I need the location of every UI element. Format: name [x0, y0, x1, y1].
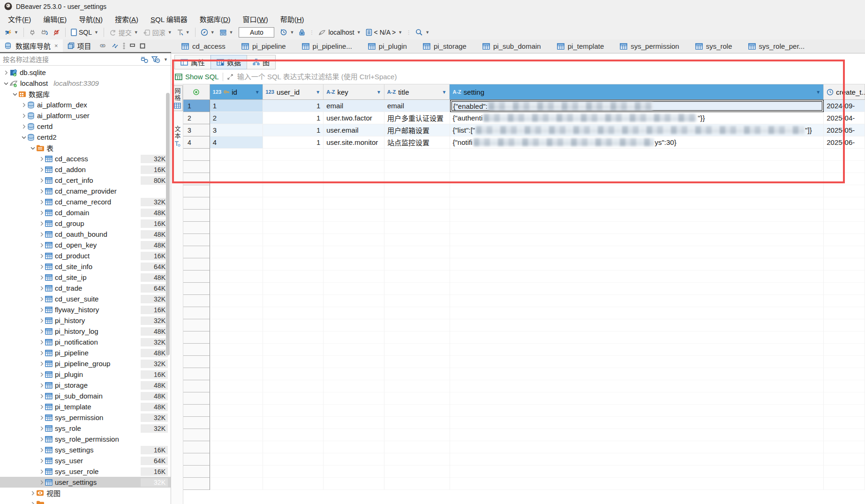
tree-item-cd_user_suite[interactable]: cd_user_suite32K: [0, 293, 171, 304]
empty-cell[interactable]: [824, 466, 865, 478]
maximize-icon[interactable]: [140, 43, 145, 49]
tree-item-cd_cname_provider[interactable]: cd_cname_provider: [0, 186, 171, 196]
tree-item[interactable]: [0, 498, 171, 504]
empty-cell[interactable]: [323, 356, 384, 368]
cell-create[interactable]: 2025-05-: [824, 124, 865, 136]
empty-cell[interactable]: [450, 210, 824, 222]
empty-cell[interactable]: [824, 380, 865, 392]
empty-cell[interactable]: [263, 392, 324, 405]
empty-cell[interactable]: [824, 368, 865, 380]
empty-cell[interactable]: [263, 185, 324, 197]
row-number-cell[interactable]: [183, 478, 210, 490]
empty-cell[interactable]: [323, 392, 384, 405]
empty-cell[interactable]: [210, 173, 263, 185]
empty-cell[interactable]: [384, 197, 450, 210]
empty-cell[interactable]: [824, 429, 865, 441]
menu-item[interactable]: 数据库(D): [194, 13, 237, 25]
empty-cell[interactable]: [263, 161, 324, 173]
empty-cell[interactable]: [824, 319, 865, 331]
editor-tab-pi_storage[interactable]: pi_storage: [417, 39, 477, 53]
cell-create[interactable]: 2025-06-: [824, 136, 865, 149]
subtab-属性[interactable]: 属性: [174, 55, 211, 69]
tree-item-cd_addon[interactable]: cd_addon16K: [0, 164, 171, 175]
editor-tab-pi_pipeline[interactable]: pi_pipeline: [236, 39, 296, 53]
row-number-cell[interactable]: [183, 271, 210, 283]
empty-cell[interactable]: [450, 405, 824, 417]
menu-item[interactable]: 文件(F): [2, 13, 37, 25]
tree-item-cd_site_ip[interactable]: cd_site_ip48K: [0, 272, 171, 283]
tree-item-user_settings[interactable]: user_settings32K: [0, 477, 171, 488]
search-button[interactable]: ▼: [414, 27, 431, 38]
empty-cell[interactable]: [210, 149, 263, 161]
cell-setting[interactable]: {"list":[""]}: [450, 124, 824, 136]
empty-cell[interactable]: [824, 197, 865, 210]
empty-cell[interactable]: [824, 356, 865, 368]
connection-selector[interactable]: localhost▼: [316, 27, 362, 38]
empty-cell[interactable]: [323, 222, 384, 234]
sql-filter-input[interactable]: [237, 73, 865, 81]
editor-tab-pi_sub_domain[interactable]: pi_sub_domain: [477, 39, 551, 53]
row-number-cell[interactable]: [183, 307, 210, 319]
menu-item[interactable]: 搜索(A): [109, 13, 144, 25]
cell-id[interactable]: 2: [210, 112, 263, 124]
column-filter-arrow-icon[interactable]: ▼: [816, 90, 820, 95]
empty-cell[interactable]: [323, 380, 384, 392]
editor-tab-pi_pipeline[interactable]: pi_pipeline...: [296, 39, 362, 53]
empty-cell[interactable]: [210, 453, 263, 466]
empty-cell[interactable]: [450, 295, 824, 307]
empty-cell[interactable]: [384, 210, 450, 222]
empty-cell[interactable]: [450, 271, 824, 283]
tree-item-pi_notification[interactable]: pi_notification32K: [0, 337, 171, 347]
empty-cell[interactable]: [323, 197, 384, 210]
empty-cell[interactable]: [323, 246, 384, 258]
empty-cell[interactable]: [384, 319, 450, 331]
tree-item-pi_pipeline_group[interactable]: pi_pipeline_group32K: [0, 358, 171, 369]
tree-item-sys_role_permission[interactable]: sys_role_permission: [0, 434, 171, 444]
row-number-cell[interactable]: [183, 405, 210, 417]
link-with-editor-icon[interactable]: [112, 43, 119, 49]
empty-cell[interactable]: [450, 380, 824, 392]
empty-cell[interactable]: [384, 222, 450, 234]
empty-cell[interactable]: [263, 417, 324, 429]
rollback-button[interactable]: 回滚▼: [141, 26, 174, 38]
column-header-title[interactable]: A-Ztitle▼: [384, 84, 450, 99]
empty-cell[interactable]: [384, 161, 450, 173]
cell-id[interactable]: 1: [210, 100, 263, 112]
tree-item-sys_user[interactable]: sys_user64K: [0, 455, 171, 466]
cell-user_id[interactable]: 1: [263, 124, 324, 136]
cell-create[interactable]: 2024-09-: [824, 100, 865, 112]
column-header-user_id[interactable]: 123user_id▼: [263, 84, 324, 99]
empty-cell[interactable]: [450, 185, 824, 197]
empty-cell[interactable]: [210, 246, 263, 258]
empty-cell[interactable]: [210, 197, 263, 210]
cell-create[interactable]: 2025-04-: [824, 112, 865, 124]
empty-cell[interactable]: [450, 466, 824, 478]
menu-item[interactable]: 窗口(W): [237, 13, 274, 25]
empty-cell[interactable]: [450, 417, 824, 429]
editor-tab-cd_access[interactable]: cd_access: [176, 39, 236, 53]
column-header-id[interactable]: 123id▼: [210, 84, 263, 99]
empty-cell[interactable]: [450, 234, 824, 246]
tree-item-cd_access[interactable]: cd_access32K: [0, 153, 171, 164]
empty-cell[interactable]: [263, 307, 324, 319]
empty-cell[interactable]: [210, 478, 263, 490]
cell-user_id[interactable]: 1: [263, 100, 324, 112]
empty-cell[interactable]: [263, 380, 324, 392]
row-number-cell[interactable]: 4: [183, 136, 210, 149]
row-number-cell[interactable]: [183, 210, 210, 222]
empty-cell[interactable]: [323, 283, 384, 295]
tab-projects[interactable]: 项目: [63, 39, 96, 52]
empty-cell[interactable]: [824, 246, 865, 258]
empty-cell[interactable]: [384, 307, 450, 319]
empty-cell[interactable]: [824, 234, 865, 246]
tree-item-sys_role[interactable]: sys_role32K: [0, 423, 171, 434]
navigator-scope-button[interactable]: ▼: [199, 27, 217, 38]
empty-cell[interactable]: [210, 405, 263, 417]
empty-cell[interactable]: [450, 283, 824, 295]
empty-cell[interactable]: [384, 417, 450, 429]
empty-cell[interactable]: [263, 356, 324, 368]
empty-cell[interactable]: [323, 417, 384, 429]
transaction-log-button[interactable]: ▼: [175, 28, 192, 38]
empty-cell[interactable]: [323, 185, 384, 197]
empty-cell[interactable]: [384, 234, 450, 246]
